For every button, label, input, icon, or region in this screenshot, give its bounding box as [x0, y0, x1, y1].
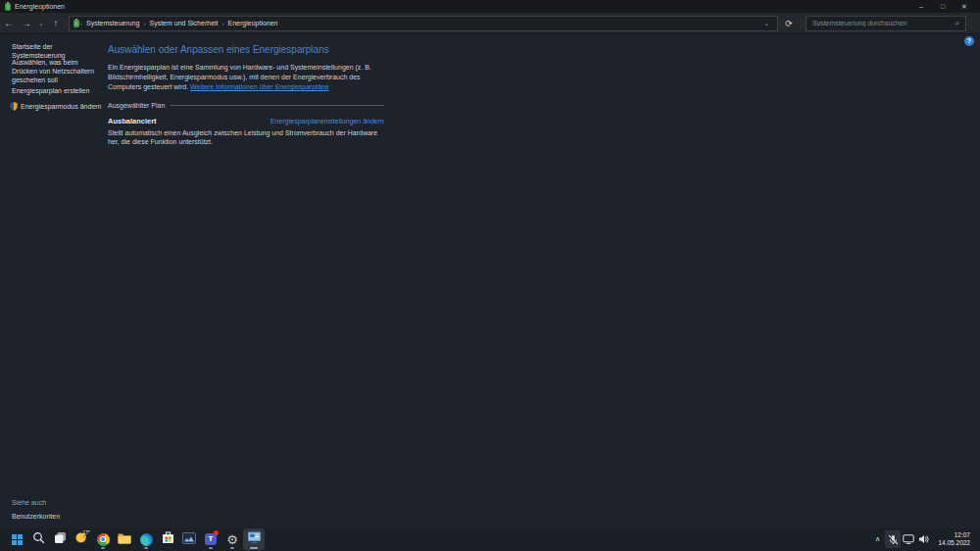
plan-row: Ausbalanciert Energiesparplaneinstellung… — [108, 117, 384, 125]
see-also-label: Siehe auch — [12, 499, 46, 506]
hidden-icons-chevron-icon[interactable]: ∧ — [869, 530, 885, 548]
selected-plan-label: Ausgewählter Plan — [108, 102, 165, 109]
back-button[interactable]: ← — [0, 14, 18, 33]
taskbar-search-button[interactable] — [27, 528, 49, 550]
microsoft-store-icon — [162, 530, 174, 548]
task-manager-icon — [182, 530, 196, 548]
file-explorer-button[interactable] — [114, 528, 135, 550]
control-panel-icon — [247, 530, 262, 548]
settings-button[interactable]: ⚙ — [221, 528, 243, 550]
sidebar-item-energiesparmodus[interactable]: Energiesparmodus ändern — [10, 97, 111, 115]
navigation-toolbar: ← → ⌄ ↑ › Systemsteuerung › System und S… — [0, 13, 980, 34]
battery-icon — [5, 2, 11, 11]
breadcrumb-system-und-sicherheit[interactable]: System und Sicherheit — [149, 20, 218, 26]
display-network-icon[interactable] — [901, 530, 916, 548]
content-area: ? Startseite der Systemsteuerung Auswähl… — [0, 34, 980, 527]
intro-paragraph: Ein Energiesparplan ist eine Sammlung vo… — [108, 63, 384, 92]
address-bar[interactable]: › Systemsteuerung › System und Sicherhei… — [69, 16, 778, 31]
main-panel: Auswählen oder Anpassen eines Energiespa… — [108, 44, 384, 146]
plan-name: Ausbalanciert — [108, 117, 157, 125]
intro-link[interactable]: Weitere Informationen über Energiesparpl… — [190, 83, 329, 90]
file-explorer-icon — [118, 530, 131, 548]
selected-plan-section: Ausgewählter Plan — [108, 102, 384, 109]
notification-badge — [214, 530, 219, 535]
up-button[interactable]: ↑ — [47, 14, 65, 33]
sidebar-item-plan-erstellen[interactable]: Energiesparplan erstellen — [12, 86, 102, 95]
sidebar-item-label: Energiesparmodus ändern — [21, 102, 111, 111]
taskbar: 17° — [0, 527, 980, 551]
active-indicator — [250, 547, 258, 549]
pen-muted-icon[interactable] — [885, 530, 901, 548]
search-input[interactable]: Systemsteuerung durchsuchen — [812, 20, 956, 26]
widgets-temperature: 17° — [82, 529, 90, 535]
address-dropdown-chevron-icon[interactable]: ⌄ — [760, 20, 773, 27]
breadcrumb-separator: › — [80, 21, 82, 26]
sidebar-link-benutzerkonten[interactable]: Benutzerkonten — [12, 512, 102, 521]
chrome-icon — [97, 533, 110, 546]
minimize-button[interactable]: – — [910, 0, 932, 13]
plan-description: Stellt automatisch einen Ausgleich zwisc… — [108, 128, 384, 146]
screen: Energieoptionen – □ ✕ ← → ⌄ ↑ › Systemst… — [0, 0, 980, 551]
teams-button[interactable]: T — [200, 528, 221, 550]
sidebar-item-netzschalter[interactable]: Auswählen, was beim Drücken von Netzscha… — [12, 58, 102, 84]
taskbar-chrome-button[interactable] — [92, 528, 114, 550]
section-divider — [171, 105, 384, 106]
volume-icon[interactable] — [916, 530, 932, 548]
clock[interactable]: 12:07 14.05.2022 — [938, 531, 970, 547]
recent-pages-chevron-icon[interactable]: ⌄ — [35, 20, 47, 27]
running-indicator — [230, 547, 234, 549]
plan-settings-link[interactable]: Energiesparplaneinstellungen ändern — [270, 118, 384, 125]
widgets-button[interactable]: 17° — [71, 528, 92, 550]
running-indicator — [144, 547, 148, 549]
search-icon[interactable]: ⌕ — [956, 19, 959, 28]
settings-gear-icon: ⚙ — [226, 533, 238, 546]
breadcrumb-systemsteuerung[interactable]: Systemsteuerung — [86, 20, 139, 26]
control-panel-button-active[interactable] — [243, 528, 265, 550]
taskbar-edge-button[interactable] — [135, 528, 157, 550]
window-controls: – □ ✕ — [910, 0, 975, 13]
tray-time: 12:07 — [938, 531, 970, 539]
task-view-button[interactable] — [49, 528, 71, 550]
start-button[interactable] — [6, 528, 27, 550]
task-manager-button[interactable] — [178, 528, 200, 550]
window-titlebar: Energieoptionen – □ ✕ — [0, 0, 980, 13]
shield-icon — [10, 97, 18, 115]
windows-logo-icon — [12, 534, 23, 545]
tray-date: 14.05.2022 — [938, 539, 970, 547]
search-icon — [32, 530, 45, 548]
breadcrumb-separator: › — [222, 21, 224, 26]
running-indicator — [209, 547, 213, 549]
breadcrumb-separator: › — [143, 21, 145, 26]
microsoft-store-button[interactable] — [157, 528, 178, 550]
edge-icon — [140, 533, 153, 546]
running-indicator — [101, 547, 105, 549]
maximize-button[interactable]: □ — [932, 0, 954, 13]
breadcrumb-energieoptionen[interactable]: Energieoptionen — [228, 20, 278, 26]
close-button[interactable]: ✕ — [954, 0, 975, 13]
weather-icon: 17° — [74, 530, 88, 548]
breadcrumb-battery-icon — [74, 19, 79, 27]
forward-button[interactable]: → — [18, 14, 35, 33]
page-title: Auswählen oder Anpassen eines Energiespa… — [108, 44, 384, 55]
help-button[interactable]: ? — [964, 36, 974, 46]
task-view-icon — [54, 530, 67, 548]
system-tray: ∧ 12:07 14.05.2022 — [869, 527, 974, 551]
refresh-icon[interactable]: ⟳ — [780, 19, 798, 28]
search-box[interactable]: Systemsteuerung durchsuchen ⌕ — [806, 16, 966, 31]
window-title: Energieoptionen — [15, 3, 65, 10]
